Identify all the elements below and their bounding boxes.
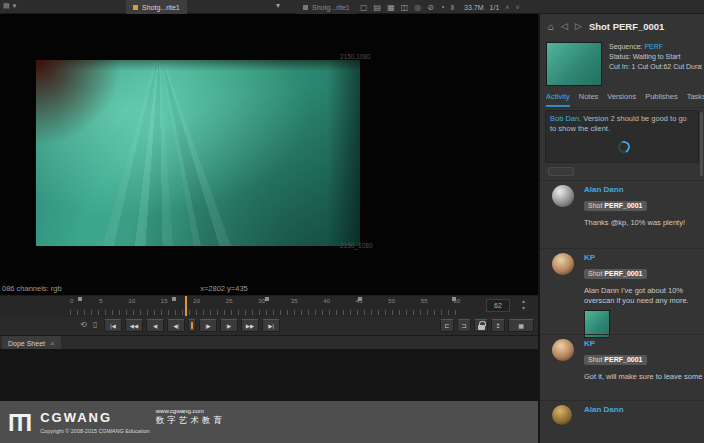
tab-notes[interactable]: Notes — [579, 92, 599, 107]
shot-thumbnail[interactable] — [546, 42, 602, 86]
note-composer-input[interactable]: Bob Dan, Version 2 should be good to go … — [545, 110, 699, 163]
tab-status-icon — [133, 5, 138, 10]
activity-comment: Alan Dann — [540, 400, 704, 443]
watermark-bar: Ш CGWANG Copyright © 2008-2015 CGWANG Ed… — [0, 401, 538, 443]
comment-author-link[interactable]: KP — [584, 339, 704, 348]
timeline-view-button[interactable]: ▦ — [508, 319, 534, 332]
comment-author-link[interactable]: KP — [584, 253, 704, 262]
ruler-scroll-arrows[interactable]: ▴ ▾ — [522, 298, 525, 312]
frame-back-button[interactable]: ◀| — [167, 319, 185, 332]
timeline-marker[interactable] — [265, 297, 269, 301]
lock-range-button[interactable] — [474, 319, 488, 332]
dope-sheet-panel[interactable] — [0, 349, 538, 401]
viewer-tab-inactive[interactable]: Shotg...rite1 — [296, 0, 357, 14]
panels-icon[interactable]: ▦ — [387, 3, 395, 12]
avatar[interactable] — [552, 253, 574, 275]
badge-type: Shot — [588, 270, 604, 277]
ruler-tick-label: 20 — [193, 298, 200, 304]
tab-activity[interactable]: Activity — [546, 92, 570, 107]
mention-link[interactable]: Bob Dan, — [550, 114, 581, 123]
layout-icon[interactable]: ▢ — [360, 3, 368, 12]
shot-badge[interactable]: Shot PERF_0001 — [584, 355, 647, 365]
avatar[interactable] — [552, 339, 574, 361]
comment-author-link[interactable]: Alan Dann — [584, 185, 704, 194]
status-line: Status: Waiting to Start — [609, 52, 702, 62]
comment-text: Alan Dann I've got about 10% overscan if… — [584, 286, 704, 305]
grid-icon[interactable]: ▤ — [374, 3, 382, 12]
go-to-end-button[interactable]: ▶| — [262, 319, 280, 332]
dope-sheet-tab-label: Dope Sheet — [8, 340, 45, 347]
tab-dropdown-caret[interactable]: ▾ — [276, 1, 280, 10]
nav-forward-icon[interactable]: ▷ — [575, 21, 582, 31]
avatar[interactable] — [552, 185, 574, 207]
shot-badge[interactable]: Shot PERF_0001 — [584, 201, 647, 211]
shot-badge[interactable]: Shot PERF_0001 — [584, 269, 647, 279]
target-icon[interactable]: ◎ — [414, 3, 421, 12]
ruler-tick-label: 5 — [99, 298, 102, 304]
comment-author-link[interactable]: Alan Dann — [584, 405, 704, 414]
caret-up-icon[interactable]: ˄ — [505, 4, 509, 11]
disable-icon[interactable]: ⊘ — [427, 3, 434, 12]
frame-ruler[interactable]: 0 5 10 15 20 25 30 35 40 45 50 55 60 62 — [0, 296, 538, 317]
split-view-icon[interactable]: ◫ — [401, 3, 409, 12]
home-icon[interactable]: ⌂ — [548, 21, 554, 32]
cgwang-logo-icon: Ш — [8, 410, 32, 434]
fit-range-button[interactable]: ↥ — [491, 319, 505, 332]
ruler-tick-label: 50 — [388, 298, 395, 304]
attachment-chip[interactable] — [548, 167, 574, 176]
badge-id: PERF_0001 — [604, 202, 642, 209]
viewer-canvas[interactable]: 2150,1080 2150_1080 086 channels: rgb x=… — [0, 14, 538, 295]
badge-id: PERF_0001 — [604, 356, 642, 363]
viewer-tab-active[interactable]: Shotg...rite1 — [126, 0, 187, 14]
lock-icon — [478, 325, 485, 330]
timeline-marker[interactable] — [172, 297, 176, 301]
tab-tasks[interactable]: Tasks — [687, 92, 704, 107]
avatar[interactable] — [552, 405, 572, 425]
ruler-tick-label: 40 — [323, 298, 330, 304]
tab-versions[interactable]: Versions — [607, 92, 636, 107]
sequence-link[interactable]: PERF — [644, 43, 663, 50]
activity-comment: KP Shot PERF_0001 Alan Dann I've got abo… — [540, 248, 704, 334]
frame-display-icon[interactable]: ▯ — [93, 320, 97, 329]
caret-down-icon[interactable]: ˅ — [515, 4, 519, 11]
pause-icon[interactable]: ‖ — [451, 3, 454, 12]
timeline-marker[interactable] — [78, 297, 82, 301]
go-to-start-button[interactable]: |◀ — [104, 319, 122, 332]
panel-scrollbar-thumb[interactable] — [700, 112, 703, 176]
playhead[interactable] — [185, 296, 187, 316]
activity-comment: Alan Dann Shot PERF_0001 Thanks @kp, 10%… — [540, 180, 704, 248]
watermark-brand-block: CGWANG Copyright © 2008-2015 CGWANG Educ… — [40, 410, 150, 434]
comment-body: KP Shot PERF_0001 Alan Dann I've got abo… — [584, 253, 704, 338]
viewed-frame-image[interactable] — [36, 60, 360, 246]
timeline-marker[interactable] — [452, 297, 456, 301]
clock-icon[interactable]: ◔ — [440, 3, 445, 12]
tab-dope-sheet[interactable]: Dope Sheet × — [2, 336, 61, 350]
loading-spinner-icon — [616, 139, 632, 155]
copyright-text: Copyright © 2008-2015 CGWANG Education — [40, 428, 150, 434]
comment-body: Alan Dann Shot PERF_0001 Thanks @kp, 10%… — [584, 185, 704, 228]
set-in-point-button[interactable]: ⊏ — [440, 319, 454, 332]
playhead-icon — [191, 322, 193, 329]
comment-text: Thanks @kp, 10% was plenty! — [584, 218, 704, 228]
shotgun-review-panel: ⌂ ◁ ▷ Shot PERF_0001 Sequence: PERF Stat… — [538, 14, 704, 443]
chevron-down-icon: ▾ — [13, 2, 17, 10]
play-forward-button[interactable]: ▶ — [220, 319, 238, 332]
play-backward-button[interactable]: ◀ — [146, 319, 164, 332]
close-icon[interactable]: × — [50, 339, 55, 348]
frame-forward-button[interactable]: |▶ — [199, 319, 217, 332]
timeline-marker[interactable] — [358, 297, 362, 301]
watermark-site-block: www.cgwang.com 数字艺术教育 — [156, 408, 225, 427]
ruler-tick-label: 55 — [421, 298, 428, 304]
transport-controls: ⟲ ▯ |◀ ◀◀ ◀ ◀| |▶ ▶ ▶▶ ▶| ⊏ ⊐ ↥ ▦ — [0, 318, 538, 335]
nav-back-icon[interactable]: ◁ — [561, 21, 568, 31]
brand-tagline: 数字艺术教育 — [156, 415, 225, 427]
pane-menu-button[interactable]: ▤ ▾ — [3, 2, 16, 10]
tab-publishes[interactable]: Publishes — [645, 92, 678, 107]
set-out-point-button[interactable]: ⊐ — [457, 319, 471, 332]
fast-forward-button[interactable]: ▶▶ — [241, 319, 259, 332]
fast-rewind-button[interactable]: ◀◀ — [125, 319, 143, 332]
current-frame-indicator[interactable] — [188, 319, 196, 332]
loop-mode-icon[interactable]: ⟲ — [80, 320, 87, 329]
frame-range-end-field[interactable]: 62 — [486, 299, 510, 312]
viewer-tab-label: Shotg...rite1 — [142, 4, 180, 11]
